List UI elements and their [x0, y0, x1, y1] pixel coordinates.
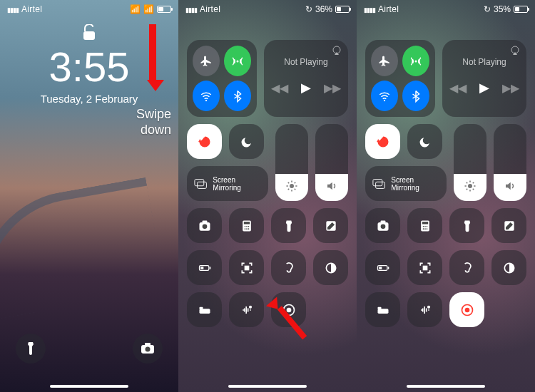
- now-playing-title: Not Playing: [449, 57, 519, 67]
- wifi-toggle[interactable]: [371, 81, 398, 111]
- cellular-data-toggle[interactable]: [402, 46, 429, 76]
- play-icon[interactable]: ▶: [479, 80, 489, 96]
- play-icon[interactable]: ▶: [301, 80, 311, 96]
- brightness-slider[interactable]: [275, 124, 308, 201]
- cellular-icon: 📶: [130, 4, 141, 14]
- control-center-after: Airtel ↻35% Not Playing ◀◀ ▶ ▶▶: [357, 0, 535, 392]
- svg-point-50: [426, 228, 427, 229]
- svg-rect-15: [243, 222, 249, 224]
- svg-point-30: [248, 305, 251, 308]
- svg-rect-29: [199, 306, 203, 309]
- camera-button[interactable]: [133, 334, 163, 363]
- orientation-lock-toggle[interactable]: [365, 124, 400, 159]
- notes-shortcut[interactable]: [491, 208, 526, 243]
- svg-point-12: [202, 224, 207, 229]
- connectivity-group: [187, 40, 257, 117]
- sound-recognition-shortcut[interactable]: [229, 292, 264, 327]
- camera-shortcut[interactable]: [365, 208, 400, 243]
- svg-rect-25: [200, 267, 203, 269]
- orientation-lock-toggle[interactable]: [187, 124, 222, 159]
- svg-point-39: [468, 184, 472, 188]
- bluetooth-toggle[interactable]: [402, 81, 429, 111]
- brightness-slider[interactable]: [454, 124, 486, 201]
- annotation-arrow-down: [147, 24, 158, 88]
- status-bar-left: Airtel: [185, 4, 220, 14]
- svg-point-46: [424, 226, 426, 227]
- battery-icon: [514, 6, 528, 13]
- dark-mode-shortcut[interactable]: [313, 250, 348, 285]
- do-not-disturb-toggle[interactable]: [229, 124, 264, 159]
- low-power-shortcut[interactable]: [365, 250, 400, 285]
- wifi-toggle[interactable]: [193, 81, 220, 111]
- svg-rect-26: [244, 265, 249, 270]
- camera-shortcut[interactable]: [187, 208, 222, 243]
- calculator-shortcut[interactable]: [407, 208, 442, 243]
- next-track-icon[interactable]: ▶▶: [324, 81, 341, 95]
- airplane-mode-toggle[interactable]: [371, 46, 398, 76]
- status-bar-left: Airtel: [364, 4, 399, 14]
- svg-point-5: [205, 99, 207, 100]
- qr-scan-shortcut[interactable]: [229, 250, 264, 285]
- cellular-data-toggle[interactable]: [224, 46, 251, 76]
- flashlight-shortcut[interactable]: [449, 208, 484, 243]
- svg-rect-44: [422, 222, 427, 224]
- flashlight-shortcut[interactable]: [271, 208, 306, 243]
- svg-point-48: [422, 228, 424, 229]
- svg-point-59: [427, 305, 429, 308]
- svg-rect-13: [202, 220, 207, 222]
- screen-mirroring-button[interactable]: Screen Mirroring: [187, 166, 268, 201]
- sound-recognition-shortcut[interactable]: [407, 292, 442, 327]
- qr-scan-shortcut[interactable]: [407, 250, 442, 285]
- flashlight-button[interactable]: [16, 334, 46, 363]
- svg-rect-7: [203, 140, 206, 144]
- sleep-mode-shortcut[interactable]: [365, 292, 400, 327]
- svg-point-34: [384, 99, 385, 100]
- volume-slider[interactable]: [315, 124, 348, 201]
- media-controls[interactable]: Not Playing ◀◀ ▶ ▶▶: [442, 40, 526, 117]
- airplane-mode-toggle[interactable]: [193, 46, 220, 76]
- screen-mirroring-button[interactable]: Screen Mirroring: [365, 166, 447, 201]
- battery-percent: 36%: [315, 4, 332, 14]
- dark-mode-shortcut[interactable]: [491, 250, 526, 285]
- sync-icon: ↻: [305, 4, 312, 14]
- screen-record-button[interactable]: [449, 292, 484, 327]
- svg-point-21: [248, 228, 249, 229]
- svg-rect-24: [209, 267, 210, 269]
- prev-track-icon[interactable]: ◀◀: [449, 81, 467, 95]
- svg-point-45: [422, 226, 424, 227]
- lock-screen: Airtel 📶📶 3:55 Tuesday, 2 February Swipe…: [0, 0, 178, 392]
- sleep-mode-shortcut[interactable]: [187, 292, 222, 327]
- svg-rect-57: [377, 309, 388, 314]
- airplay-icon[interactable]: [331, 46, 342, 56]
- next-track-icon[interactable]: ▶▶: [502, 81, 519, 95]
- home-indicator[interactable]: [50, 385, 128, 388]
- svg-rect-38: [376, 182, 385, 188]
- svg-point-2: [146, 347, 151, 352]
- do-not-disturb-toggle[interactable]: [407, 124, 442, 159]
- svg-point-18: [248, 226, 249, 227]
- svg-rect-37: [373, 179, 382, 185]
- airplay-icon[interactable]: [509, 46, 521, 56]
- svg-point-20: [246, 228, 248, 229]
- hearing-shortcut[interactable]: [449, 250, 484, 285]
- svg-point-16: [244, 226, 245, 227]
- svg-rect-9: [198, 182, 207, 188]
- brightness-icon: [464, 180, 477, 192]
- bluetooth-toggle[interactable]: [224, 81, 251, 111]
- status-bar-right: ↻35%: [484, 4, 528, 14]
- wifi-icon: 📶: [143, 4, 154, 14]
- hearing-shortcut[interactable]: [271, 250, 306, 285]
- svg-point-19: [244, 228, 245, 229]
- notes-shortcut[interactable]: [313, 208, 348, 243]
- home-indicator[interactable]: [228, 385, 307, 388]
- home-indicator[interactable]: [407, 385, 485, 388]
- lock-date: Tuesday, 2 February: [0, 93, 178, 105]
- svg-point-17: [246, 226, 248, 227]
- svg-point-4: [237, 60, 239, 62]
- volume-slider[interactable]: [494, 124, 526, 201]
- battery-percent: 35%: [494, 4, 511, 14]
- media-controls[interactable]: Not Playing ◀◀ ▶ ▶▶: [264, 40, 348, 117]
- calculator-shortcut[interactable]: [229, 208, 264, 243]
- prev-track-icon[interactable]: ◀◀: [271, 81, 288, 95]
- low-power-shortcut[interactable]: [187, 250, 222, 285]
